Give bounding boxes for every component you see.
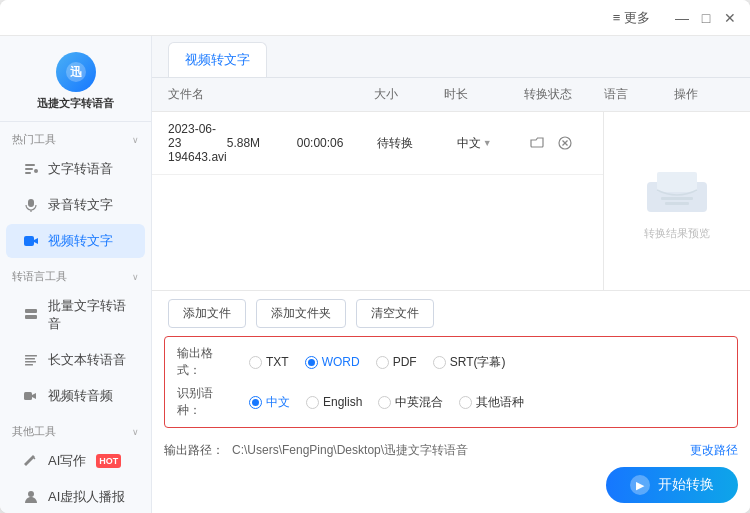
col-duration: 时长 (444, 86, 524, 103)
logo-icon: 迅 (56, 52, 96, 92)
lang-radio-english[interactable] (306, 396, 319, 409)
format-srt-label: SRT(字幕) (450, 354, 506, 371)
titlebar: ≡ 更多 — □ ✕ (0, 0, 750, 36)
svg-rect-31 (661, 197, 693, 200)
change-path-button[interactable]: 更改路径 (690, 442, 738, 459)
sidebar-item-ai-write[interactable]: AI写作 HOT (6, 444, 145, 478)
svg-rect-30 (657, 172, 697, 192)
format-radio-txt[interactable] (249, 356, 262, 369)
svg-rect-13 (25, 358, 35, 360)
start-btn-wrap: ▶ 开始转换 (152, 467, 750, 513)
col-filename: 文件名 (168, 86, 374, 103)
close-button[interactable]: ✕ (722, 10, 738, 26)
sidebar-item-batch-label: 批量文字转语音 (48, 297, 133, 333)
clear-file-button[interactable]: 清空文件 (356, 299, 434, 328)
lang-option-chinese[interactable]: 中文 (249, 394, 290, 411)
sidebar-item-ai-host-label: AI虚拟人播报 (48, 488, 125, 506)
delete-icon[interactable] (555, 133, 575, 153)
svg-rect-15 (25, 364, 33, 366)
add-file-button[interactable]: 添加文件 (168, 299, 246, 328)
lang-english-label: English (323, 395, 362, 409)
sidebar-section-hot: 热门工具 ∨ (0, 122, 151, 151)
format-option-pdf[interactable]: PDF (376, 355, 417, 369)
svg-rect-3 (25, 168, 33, 170)
record-text-icon (22, 196, 40, 214)
more-menu-button[interactable]: ≡ 更多 (613, 9, 650, 27)
sidebar-item-ai-host[interactable]: AI虚拟人播报 (6, 480, 145, 513)
tab-video-to-text[interactable]: 视频转文字 (168, 42, 267, 77)
sidebar-section-other: 其他工具 ∨ (0, 414, 151, 443)
language-radio-group: 中文 English 中英混合 (249, 394, 524, 411)
svg-rect-14 (25, 361, 36, 363)
sidebar-item-batch-text-speech[interactable]: 批量文字转语音 (6, 289, 145, 341)
table-left: 2023-06-23 194643.avi 5.88M 00:00:06 待转换… (152, 112, 603, 290)
sidebar-item-text-to-speech-label: 文字转语音 (48, 160, 113, 178)
cell-duration: 00:00:06 (297, 136, 377, 150)
section-hot-chevron: ∨ (132, 135, 139, 145)
svg-rect-32 (665, 202, 689, 205)
tab-bar: 视频转文字 (152, 36, 750, 78)
col-size: 大小 (374, 86, 444, 103)
format-radio-group: TXT WORD PDF (249, 354, 505, 371)
format-option-srt[interactable]: SRT(字幕) (433, 354, 506, 371)
sidebar-logo: 迅 迅捷文字转语音 (0, 36, 151, 122)
format-row: 输出格式： TXT WORD (177, 345, 725, 379)
section-lang-chevron: ∨ (132, 272, 139, 282)
add-folder-button[interactable]: 添加文件夹 (256, 299, 346, 328)
logo-text: 迅捷文字转语音 (37, 96, 114, 111)
sidebar-item-record-to-text-label: 录音转文字 (48, 196, 113, 214)
preview-label: 转换结果预览 (644, 226, 710, 241)
batch-icon (22, 306, 40, 324)
lang-mixed-label: 中英混合 (395, 394, 443, 411)
format-txt-label: TXT (266, 355, 289, 369)
lang-option-other[interactable]: 其他语种 (459, 394, 524, 411)
lang-chinese-label: 中文 (266, 394, 290, 411)
format-radio-srt[interactable] (433, 356, 446, 369)
maximize-button[interactable]: □ (698, 10, 714, 26)
file-table-header: 文件名 大小 时长 转换状态 语言 操作 (152, 78, 750, 112)
lang-radio-other[interactable] (459, 396, 472, 409)
sidebar-item-video-to-audio[interactable]: 视频转音频 (6, 379, 145, 413)
cell-language[interactable]: 中文 ▼ (457, 135, 527, 152)
svg-rect-16 (24, 392, 32, 400)
svg-rect-8 (24, 236, 34, 246)
settings-panel: 输出格式： TXT WORD (164, 336, 738, 428)
lang-option-mixed[interactable]: 中英混合 (378, 394, 443, 411)
col-action: 操作 (674, 86, 734, 103)
main-layout: 迅 迅捷文字转语音 热门工具 ∨ 文字转语音 录音转文字 (0, 36, 750, 513)
cell-size: 5.88M (227, 136, 297, 150)
sidebar-item-long-text[interactable]: 长文本转语音 (6, 343, 145, 377)
lang-radio-mixed[interactable] (378, 396, 391, 409)
col-language: 语言 (604, 86, 674, 103)
content-main: 文件名 大小 时长 转换状态 语言 操作 2023-06-23 194643.a… (152, 78, 750, 513)
sidebar-item-video-to-text[interactable]: 视频转文字 (6, 224, 145, 258)
lang-radio-chinese[interactable] (249, 396, 262, 409)
sidebar-item-record-to-text[interactable]: 录音转文字 (6, 188, 145, 222)
format-option-word[interactable]: WORD (305, 355, 360, 369)
format-radio-word[interactable] (305, 356, 318, 369)
section-lang-label: 转语言工具 (12, 269, 67, 284)
cell-actions (527, 133, 587, 153)
table-preview-split: 2023-06-23 194643.avi 5.88M 00:00:06 待转换… (152, 112, 750, 290)
format-pdf-label: PDF (393, 355, 417, 369)
sidebar-item-video-audio-label: 视频转音频 (48, 387, 113, 405)
language-label: 识别语种： (177, 385, 233, 419)
lang-other-label: 其他语种 (476, 394, 524, 411)
start-convert-button[interactable]: ▶ 开始转换 (606, 467, 738, 503)
svg-point-18 (28, 491, 34, 497)
sidebar-item-text-to-speech[interactable]: 文字转语音 (6, 152, 145, 186)
lang-option-english[interactable]: English (306, 395, 362, 409)
format-option-txt[interactable]: TXT (249, 355, 289, 369)
svg-rect-6 (28, 199, 34, 207)
format-label: 输出格式： (177, 345, 233, 379)
open-folder-icon[interactable] (527, 133, 547, 153)
section-other-label: 其他工具 (12, 424, 56, 439)
lang-dropdown-arrow: ▼ (483, 138, 492, 148)
minimize-button[interactable]: — (674, 10, 690, 26)
preview-placeholder-icon (637, 162, 717, 222)
section-other-chevron: ∨ (132, 427, 139, 437)
content-area: 视频转文字 文件名 大小 时长 转换状态 语言 操作 (152, 36, 750, 513)
format-radio-pdf[interactable] (376, 356, 389, 369)
sidebar: 迅 迅捷文字转语音 热门工具 ∨ 文字转语音 录音转文字 (0, 36, 152, 513)
ai-host-icon (22, 488, 40, 506)
